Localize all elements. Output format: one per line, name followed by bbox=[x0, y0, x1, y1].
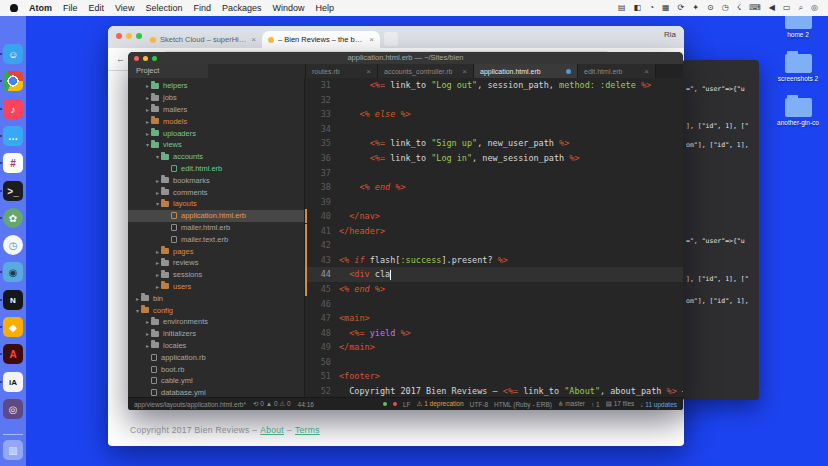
editor-tab-routes.rb[interactable]: routes.rb× bbox=[306, 64, 378, 78]
display-mirroring-icon[interactable]: ▭ bbox=[783, 0, 791, 16]
tree-item-uploaders[interactable]: ▸uploaders bbox=[128, 127, 304, 139]
code-line-47[interactable]: 47<main> bbox=[305, 311, 683, 326]
timer-icon[interactable]: ◷ bbox=[722, 0, 729, 16]
tree-item-locales[interactable]: ▸locales bbox=[128, 340, 304, 352]
code-line-41[interactable]: 41</header> bbox=[305, 224, 683, 239]
code-line-31[interactable]: 31 <%= link_to "Log out", session_path, … bbox=[305, 78, 683, 93]
code-line-51[interactable]: 51<footer> bbox=[305, 369, 683, 384]
chrome-icon[interactable] bbox=[3, 71, 23, 91]
menu-item-edit[interactable]: Edit bbox=[89, 3, 105, 13]
code-line-35[interactable]: 35 <%= link_to "Sign up", new_user_path … bbox=[305, 136, 683, 151]
tree-item-bin[interactable]: ▸bin bbox=[128, 292, 304, 304]
code-line-40[interactable]: 40 </nav> bbox=[305, 209, 683, 224]
tree-arrow-icon[interactable]: ▸ bbox=[144, 130, 151, 137]
tree-item-sessions[interactable]: ▸sessions bbox=[128, 269, 304, 281]
shield-icon[interactable]: ◧ bbox=[634, 0, 642, 16]
music-icon[interactable]: ♪ bbox=[3, 99, 23, 119]
editor-tab-edit.html.erb[interactable]: edit.html.erb× bbox=[578, 64, 656, 78]
project-tab[interactable]: Project bbox=[128, 64, 208, 78]
zoom-window-button[interactable] bbox=[152, 56, 157, 61]
status-item[interactable]: ▤ 17 files bbox=[606, 400, 635, 408]
bolt-icon[interactable]: ☇ bbox=[737, 0, 742, 16]
tree-item-application.rb[interactable]: application.rb bbox=[128, 351, 304, 363]
code-line-43[interactable]: 43<% if flash[:success].present? %> bbox=[305, 253, 683, 268]
tab-close-icon[interactable]: × bbox=[366, 67, 371, 76]
tree-arrow-icon[interactable]: ▾ bbox=[144, 141, 151, 148]
spark-icon[interactable]: ✦ bbox=[692, 0, 699, 16]
record-icon[interactable]: ⊙ bbox=[707, 0, 714, 16]
tree-item-application.html.erb[interactable]: application.html.erb bbox=[128, 210, 304, 222]
tab-close-icon[interactable]: × bbox=[462, 67, 467, 76]
slack-icon[interactable]: # bbox=[3, 153, 23, 173]
about-link[interactable]: About bbox=[260, 425, 284, 435]
status-item[interactable]: HTML (Ruby - ERB) bbox=[494, 401, 552, 408]
tree-item-mailers[interactable]: ▸mailers bbox=[128, 104, 304, 116]
status-file-path[interactable]: app/views/layouts/application.html.erb* bbox=[134, 401, 246, 408]
minimize-window-button[interactable] bbox=[143, 56, 148, 61]
tree-arrow-icon[interactable]: ▸ bbox=[154, 248, 161, 255]
terms-link[interactable]: Terms bbox=[295, 425, 320, 435]
tree-item-database.yml[interactable]: database.yml bbox=[128, 387, 304, 397]
tree-item-layouts[interactable]: ▾layouts bbox=[128, 198, 304, 210]
tree-arrow-icon[interactable]: ▸ bbox=[144, 330, 151, 337]
status-item[interactable]: ↑ 1 bbox=[591, 401, 600, 408]
tree-item-mailer.text.erb[interactable]: mailer.text.erb bbox=[128, 233, 304, 245]
tree-item-bookmarks[interactable]: ▸bookmarks bbox=[128, 174, 304, 186]
sync-icon[interactable]: ⟳ bbox=[678, 0, 685, 16]
menu-item-help[interactable]: Help bbox=[315, 3, 334, 13]
sketch-icon[interactable]: ◆ bbox=[3, 317, 23, 337]
code-line-36[interactable]: 36 <%= link_to "Log in", new_session_pat… bbox=[305, 151, 683, 166]
status-item[interactable]: ⚠ 1 deprecation bbox=[417, 400, 464, 408]
status-cursor-position[interactable]: 44:16 bbox=[298, 401, 314, 408]
tab-close-icon[interactable]: × bbox=[644, 67, 649, 76]
notion-icon[interactable]: N bbox=[3, 290, 23, 310]
app-menu-atom[interactable]: Atom bbox=[29, 3, 52, 13]
editor-tab-application.html.erb[interactable]: application.html.erb bbox=[474, 64, 578, 78]
display-arrangement-icon[interactable]: ▤ bbox=[618, 0, 626, 16]
code-line-52[interactable]: 52 Copyright 2017 Bien Reviews — <%= lin… bbox=[305, 384, 683, 397]
tree-arrow-icon[interactable]: ▸ bbox=[144, 82, 151, 89]
terminal-window[interactable]: =", "user"=>{"u], ["id", 1], ["om"], ["i… bbox=[682, 60, 759, 400]
airmail-icon[interactable]: ◷ bbox=[3, 235, 23, 255]
tree-arrow-icon[interactable]: ▸ bbox=[154, 177, 161, 184]
tree-arrow-icon[interactable]: ▸ bbox=[144, 94, 151, 101]
desktop-folder-2[interactable]: screenshots 2 bbox=[774, 54, 822, 82]
code-line-32[interactable]: 32 bbox=[305, 93, 683, 108]
code-line-34[interactable]: 34 bbox=[305, 122, 683, 137]
acrobat-icon[interactable]: A bbox=[3, 344, 23, 364]
browser-profile-name[interactable]: Ria bbox=[664, 30, 676, 39]
tree-arrow-icon[interactable]: ▸ bbox=[154, 283, 161, 290]
volume-icon[interactable]: ◀ bbox=[769, 0, 775, 16]
status-item[interactable]: ⋔ master bbox=[558, 400, 585, 408]
gif-brewery-icon[interactable]: ◎ bbox=[3, 399, 23, 419]
menu-item-selection[interactable]: Selection bbox=[145, 3, 182, 13]
messages-icon[interactable]: … bbox=[3, 126, 23, 146]
terminal-icon[interactable]: >_ bbox=[3, 181, 23, 201]
tree-item-boot.rb[interactable]: boot.rb bbox=[128, 363, 304, 375]
tree-item-mailer.html.erb[interactable]: mailer.html.erb bbox=[128, 222, 304, 234]
tree-item-environments[interactable]: ▸environments bbox=[128, 316, 304, 328]
tree-arrow-icon[interactable]: ▾ bbox=[134, 307, 141, 314]
minimize-window-button[interactable] bbox=[126, 33, 132, 39]
browser-tab-1[interactable]: Sketch Cloud – superHi-Store× bbox=[144, 31, 262, 48]
code-line-44[interactable]: 44 <div cla bbox=[305, 267, 683, 282]
code-line-38[interactable]: 38 <% end %> bbox=[305, 180, 683, 195]
tree-item-views[interactable]: ▾views bbox=[128, 139, 304, 151]
tree-item-pages[interactable]: ▸pages bbox=[128, 245, 304, 257]
tab-close-icon[interactable]: × bbox=[251, 35, 256, 44]
tree-arrow-icon[interactable]: ▸ bbox=[144, 118, 151, 125]
tree-arrow-icon[interactable]: ▾ bbox=[154, 153, 161, 160]
finder-icon[interactable]: ☺ bbox=[3, 44, 23, 64]
tweetbot-icon[interactable]: ◉ bbox=[3, 262, 23, 282]
tree-item-accounts[interactable]: ▾accounts bbox=[128, 151, 304, 163]
status-lint-counts[interactable]: ⟲ 0 ▲ 0 ⚠ 0 bbox=[253, 400, 291, 408]
siri-icon[interactable]: ◎ bbox=[811, 0, 818, 16]
tree-item-users[interactable]: ▸users bbox=[128, 281, 304, 293]
menu-item-view[interactable]: View bbox=[115, 3, 134, 13]
tree-arrow-icon[interactable]: ▸ bbox=[154, 271, 161, 278]
code-line-39[interactable]: 39 bbox=[305, 194, 683, 209]
code-line-37[interactable]: 37 bbox=[305, 165, 683, 180]
tree-arrow-icon[interactable]: ▸ bbox=[134, 295, 141, 302]
status-item[interactable]: UTF-8 bbox=[470, 401, 488, 408]
close-window-button[interactable] bbox=[116, 33, 122, 39]
